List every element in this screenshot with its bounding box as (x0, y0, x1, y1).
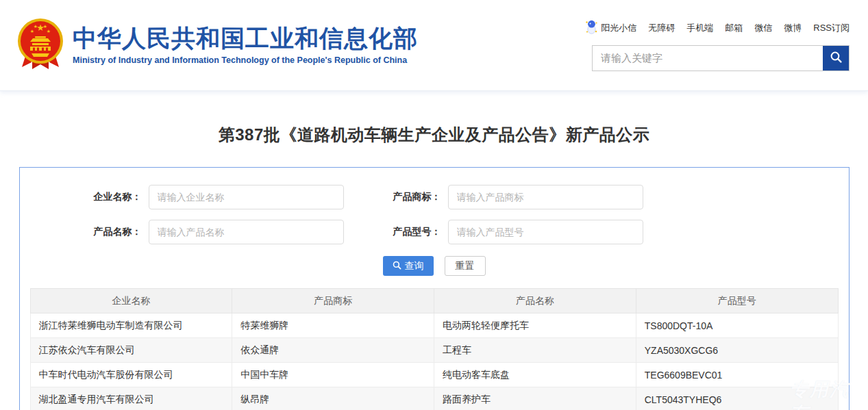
brand: ★ ★ ★ ★ ★ 中华人民共和国工业和信息化部 Ministry of Ind… (17, 18, 418, 73)
header-right: 阳光小信 无障碍 手机端 邮箱 微信 微博 RSS订阅 (585, 20, 850, 71)
nav-link-mail[interactable]: 邮箱 (725, 22, 743, 34)
col-header-company: 企业名称 (30, 289, 232, 313)
cell-company: 江苏依众汽车有限公司 (30, 338, 232, 363)
svg-text:★: ★ (43, 24, 47, 29)
cell-company: 浙江特莱维狮电动车制造有限公司 (30, 313, 232, 338)
product-model-label: 产品型号： (380, 226, 448, 238)
col-header-model: 产品型号 (636, 289, 838, 313)
cell-model: CLT5043TYHEQ6 (636, 387, 838, 410)
cell-model: YZA5030XGCG6 (636, 338, 838, 363)
table-row: 江苏依众汽车有限公司 依众通牌 工程车 YZA5030XGCG6 (30, 338, 838, 363)
table-row: 中车时代电动汽车股份有限公司 中国中车牌 纯电动客车底盘 TEG6609BEVC… (30, 363, 838, 387)
site-title-en: Ministry of Industry and Information Tec… (73, 55, 418, 65)
cell-product: 电动两轮轻便摩托车 (434, 313, 636, 338)
filter-form-row-2: 产品名称： 产品型号： (20, 220, 849, 244)
site-search-input[interactable] (593, 46, 823, 71)
field-product-brand: 产品商标： (380, 185, 643, 209)
svg-text:★: ★ (47, 29, 51, 34)
site-title-zh: 中华人民共和国工业和信息化部 (73, 25, 418, 52)
query-button[interactable]: 查询 (383, 256, 434, 276)
site-search-bar (592, 45, 850, 71)
nav-link-mobile[interactable]: 手机端 (686, 22, 713, 34)
search-icon (393, 261, 401, 272)
svg-text:★: ★ (34, 24, 38, 29)
cell-brand: 特莱维狮牌 (232, 313, 434, 338)
nav-link-rss[interactable]: RSS订阅 (813, 22, 850, 34)
product-name-input[interactable] (149, 220, 344, 244)
form-actions: 查询 重置 (20, 256, 849, 276)
national-emblem-logo: ★ ★ ★ ★ ★ (17, 18, 64, 73)
cell-product: 纯电动客车底盘 (434, 363, 636, 387)
product-name-label: 产品名称： (80, 226, 149, 238)
nav-link-mascot[interactable]: 阳光小信 (585, 20, 636, 36)
nav-link-accessibility[interactable]: 无障碍 (648, 22, 675, 34)
site-search-button[interactable] (823, 46, 849, 71)
cell-company: 中车时代电动汽车股份有限公司 (30, 363, 232, 387)
company-name-label: 企业名称： (80, 191, 149, 203)
cell-brand: 中国中车牌 (232, 363, 434, 387)
field-product-name: 产品名称： (80, 220, 344, 244)
reset-button[interactable]: 重置 (445, 256, 486, 276)
cell-brand: 纵昂牌 (232, 387, 434, 410)
brand-text: 中华人民共和国工业和信息化部 Ministry of Industry and … (73, 25, 418, 65)
svg-text:★: ★ (30, 29, 34, 34)
company-name-input[interactable] (149, 185, 344, 209)
mascot-robot-icon (585, 20, 598, 36)
product-model-input[interactable] (448, 220, 643, 244)
cell-model: TEG6609BEVC01 (636, 363, 838, 387)
col-header-product: 产品名称 (434, 289, 636, 313)
product-brand-label: 产品商标： (380, 191, 448, 203)
announcement-panel: 企业名称： 产品商标： 产品名称： 产品型号： 查询 重置 (19, 167, 850, 410)
col-header-brand: 产品商标 (232, 289, 434, 313)
field-company-name: 企业名称： (80, 185, 344, 209)
nav-link-weibo[interactable]: 微博 (784, 22, 802, 34)
cell-brand: 依众通牌 (232, 338, 434, 363)
cell-model: TS800DQT-10A (636, 313, 838, 338)
site-header: ★ ★ ★ ★ ★ 中华人民共和国工业和信息化部 Ministry of Ind… (0, 0, 868, 91)
nav-link-wechat[interactable]: 微信 (754, 22, 772, 34)
cell-product: 工程车 (434, 338, 636, 363)
filter-form-row-1: 企业名称： 产品商标： (20, 185, 849, 209)
field-product-model: 产品型号： (380, 220, 643, 244)
cell-product: 路面养护车 (434, 387, 636, 410)
product-brand-input[interactable] (448, 185, 643, 209)
table-row: 湖北盈通专用汽车有限公司 纵昂牌 路面养护车 CLT5043TYHEQ6 (30, 387, 838, 410)
table-header-row: 企业名称 产品商标 产品名称 产品型号 (30, 289, 838, 313)
top-nav: 阳光小信 无障碍 手机端 邮箱 微信 微博 RSS订阅 (585, 20, 850, 36)
search-icon (830, 51, 843, 66)
cell-company: 湖北盈通专用汽车有限公司 (30, 387, 232, 410)
products-table: 企业名称 产品商标 产品名称 产品型号 浙江特莱维狮电动车制造有限公司 特莱维狮… (30, 288, 839, 410)
page-title: 第387批《道路机动车辆生产企业及产品公告》新产品公示 (0, 124, 868, 146)
table-row: 浙江特莱维狮电动车制造有限公司 特莱维狮牌 电动两轮轻便摩托车 TS800DQT… (30, 313, 838, 338)
